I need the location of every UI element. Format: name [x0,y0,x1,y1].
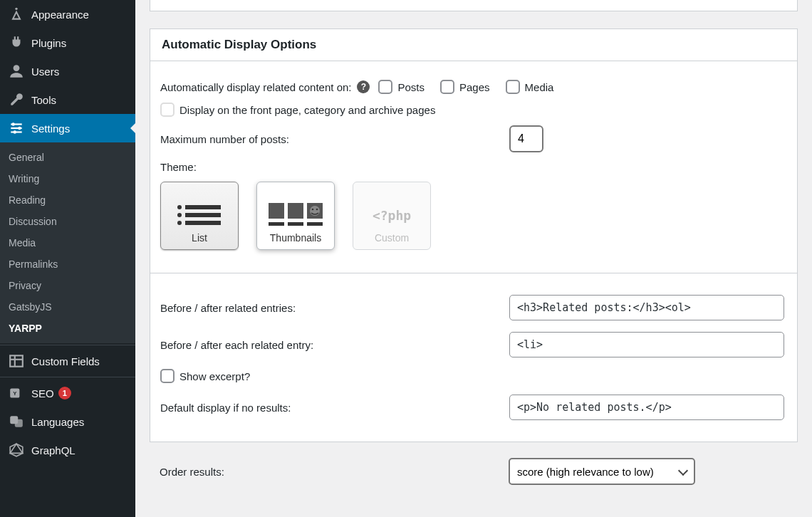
checkbox-frontpage-label: Display on the front page, category and … [179,104,435,116]
seo-badge: 1 [58,387,71,400]
checkbox-media[interactable] [506,80,520,94]
theme-option-list[interactable]: List [160,182,239,250]
tools-icon [9,92,24,108]
grid-icon [9,353,24,369]
svg-marker-16 [10,444,23,453]
users-icon [9,63,24,79]
max-posts-input[interactable] [509,125,543,152]
admin-sidebar: Appearance Plugins Users Tools Settings … [0,0,135,517]
help-icon[interactable]: ? [357,80,370,93]
svg-rect-14 [15,419,23,427]
theme-option-label: Thumbnails [270,232,321,244]
before-each-input[interactable] [509,332,784,357]
theme-option-label: Custom [375,232,409,244]
checkbox-excerpt-label: Show excerpt? [179,370,250,382]
sidebar-item-label: Tools [31,94,56,106]
svg-rect-30 [288,222,303,226]
sidebar-item-label: Settings [31,122,70,135]
checkbox-posts[interactable] [378,80,392,94]
sidebar-item-label: Users [31,66,59,78]
sidebar-item-label: Custom Fields [31,355,100,367]
checkbox-posts-wrap[interactable]: Posts [378,80,425,94]
svg-rect-20 [185,213,221,217]
order-results-select[interactable]: score (high relevance to low) [509,458,695,485]
before-each-label: Before / after each related entry: [160,339,509,351]
submenu-item-writing[interactable]: Writing [0,168,135,189]
svg-rect-24 [288,203,303,219]
no-results-input[interactable] [509,395,784,420]
settings-submenu: General Writing Reading Discussion Media… [0,142,135,343]
sidebar-item-label: GraphQL [31,444,76,456]
svg-rect-29 [269,222,284,226]
sidebar-item-settings[interactable]: Settings [0,114,135,142]
sidebar-item-label: Appearance [31,9,89,21]
template-options: Before / after related entries: Before /… [150,273,797,442]
submenu-item-general[interactable]: General [0,147,135,168]
autodisplay-label: Automatically display related content on… [160,81,351,93]
svg-rect-31 [307,222,323,226]
svg-point-21 [177,221,182,225]
order-results-label: Order results: [160,466,509,478]
submenu-item-gatsbyjs[interactable]: GatsbyJS [0,296,135,318]
settings-icon [9,120,24,136]
before-entries-input[interactable] [509,295,784,320]
svg-point-17 [177,205,182,209]
sidebar-item-languages[interactable]: Languages [0,407,135,436]
svg-point-7 [14,130,16,133]
svg-point-19 [177,213,182,217]
sidebar-item-label: Languages [31,416,84,428]
graphql-icon [9,442,24,458]
checkbox-media-label: Media [525,81,554,93]
sidebar-item-custom-fields[interactable]: Custom Fields [0,347,135,375]
sidebar-item-label: Plugins [31,37,66,49]
theme-option-thumbnails[interactable]: Thumbnails [256,182,335,250]
seo-icon: Y [9,385,24,401]
svg-text:Y: Y [13,390,16,397]
checkbox-pages-label: Pages [459,81,490,93]
previous-panel-edge [150,0,798,11]
sidebar-item-appearance[interactable]: Appearance [0,0,135,28]
theme-option-custom[interactable]: <?php Custom [353,182,431,250]
languages-icon [9,414,24,429]
svg-rect-8 [10,355,23,366]
checkbox-frontpage-wrap[interactable]: Display on the front page, category and … [160,103,435,117]
checkbox-excerpt-wrap[interactable]: Show excerpt? [160,369,250,383]
panel-title: Automatic Display Options [150,29,797,61]
list-icon [171,202,228,228]
submenu-item-media[interactable]: Media [0,232,135,254]
svg-point-28 [316,209,318,211]
checkbox-pages[interactable] [440,80,454,94]
svg-point-0 [15,8,17,10]
svg-point-1 [14,65,20,71]
checkbox-media-wrap[interactable]: Media [506,80,554,94]
sidebar-item-plugins[interactable]: Plugins [0,28,135,57]
sidebar-item-graphql[interactable]: GraphQL [0,436,135,464]
no-results-label: Default display if no results: [160,402,509,414]
checkbox-excerpt[interactable] [160,369,175,383]
thumbnails-icon [267,202,324,228]
sidebar-item-tools[interactable]: Tools [0,85,135,114]
checkbox-pages-wrap[interactable]: Pages [440,80,490,94]
svg-rect-22 [185,221,221,225]
main-content: Automatic Display Options Automatically … [135,0,812,517]
svg-rect-23 [269,203,284,219]
svg-rect-18 [185,205,221,209]
checkbox-frontpage[interactable] [160,103,175,117]
submenu-item-discussion[interactable]: Discussion [0,211,135,232]
svg-point-5 [11,122,14,125]
php-icon: <?php [363,202,420,228]
submenu-item-yarpp[interactable]: YARPP [0,318,135,339]
automatic-display-panel: Automatic Display Options Automatically … [150,28,798,442]
max-posts-label: Maximum number of posts: [160,133,509,145]
submenu-item-permalinks[interactable]: Permalinks [0,254,135,275]
submenu-item-reading[interactable]: Reading [0,189,135,211]
before-entries-label: Before / after related entries: [160,302,509,314]
sidebar-item-users[interactable]: Users [0,57,135,85]
submenu-item-privacy[interactable]: Privacy [0,275,135,296]
svg-point-27 [312,209,314,211]
sidebar-item-seo[interactable]: Y SEO 1 [0,379,135,407]
theme-chooser: List Thumbnails <?php Custom [160,182,431,250]
sidebar-item-label: SEO [31,387,54,400]
checkbox-posts-label: Posts [397,81,425,93]
appearance-icon [9,6,24,22]
